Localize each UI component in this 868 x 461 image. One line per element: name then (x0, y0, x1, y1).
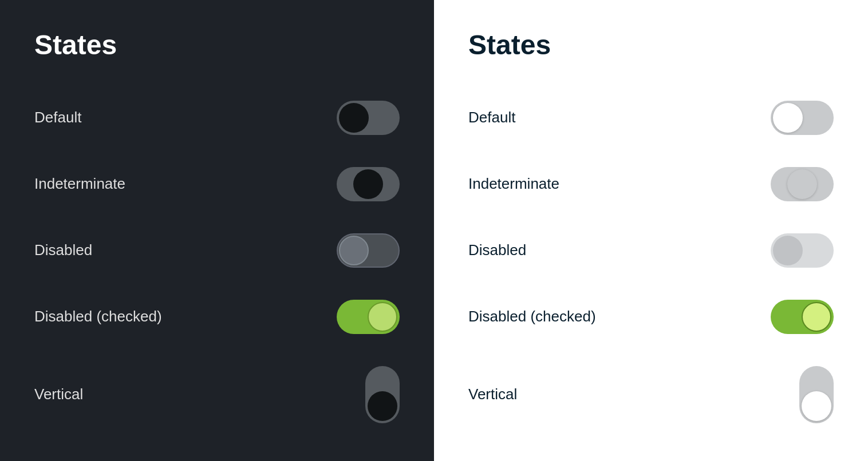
light-disabled-checked-toggle (771, 300, 834, 334)
light-default-toggle[interactable] (771, 101, 834, 135)
light-disabled-toggle (771, 233, 834, 268)
dark-disabled-row: Disabled (34, 217, 400, 284)
dark-default-toggle[interactable] (337, 101, 400, 135)
light-indeterminate-row: Indeterminate (468, 151, 834, 217)
light-disabled-label: Disabled (468, 241, 526, 259)
light-disabled-checked-toggle-container (765, 300, 834, 334)
light-disabled-row: Disabled (468, 217, 834, 284)
dark-vertical-toggle-container (331, 366, 400, 423)
dark-disabled-checked-toggle-container (331, 300, 400, 334)
dark-vertical-toggle[interactable] (365, 366, 400, 423)
light-indeterminate-toggle[interactable] (771, 167, 834, 201)
dark-disabled-checked-label: Disabled (checked) (34, 308, 162, 325)
dark-indeterminate-toggle-container (331, 167, 400, 201)
dark-default-label: Default (34, 109, 81, 126)
dark-default-row: Default (34, 85, 400, 151)
dark-disabled-toggle (337, 233, 400, 268)
light-vertical-label: Vertical (468, 386, 517, 403)
dark-indeterminate-toggle[interactable] (337, 167, 400, 201)
dark-disabled-checked-toggle (337, 300, 400, 334)
light-vertical-toggle[interactable] (799, 366, 834, 423)
dark-vertical-row: Vertical (34, 350, 400, 439)
dark-panel: States Default Indeterminate Disabled (0, 0, 434, 461)
light-indeterminate-toggle-container (765, 167, 834, 201)
light-disabled-checked-row: Disabled (checked) (468, 284, 834, 350)
light-indeterminate-label: Indeterminate (468, 175, 559, 193)
dark-indeterminate-label: Indeterminate (34, 175, 125, 193)
light-disabled-checked-label: Disabled (checked) (468, 308, 596, 325)
light-default-label: Default (468, 109, 515, 126)
light-vertical-row: Vertical (468, 350, 834, 439)
dark-disabled-checked-row: Disabled (checked) (34, 284, 400, 350)
dark-disabled-label: Disabled (34, 241, 92, 259)
light-panel: States Default Indeterminate Disabled (434, 0, 868, 461)
dark-default-toggle-container (331, 101, 400, 135)
light-vertical-toggle-container (765, 366, 834, 423)
light-panel-title: States (468, 29, 834, 62)
dark-indeterminate-row: Indeterminate (34, 151, 400, 217)
dark-disabled-toggle-container (331, 233, 400, 268)
dark-vertical-label: Vertical (34, 386, 83, 403)
light-disabled-toggle-container (765, 233, 834, 268)
dark-panel-title: States (34, 29, 400, 62)
light-default-row: Default (468, 85, 834, 151)
light-default-toggle-container (765, 101, 834, 135)
